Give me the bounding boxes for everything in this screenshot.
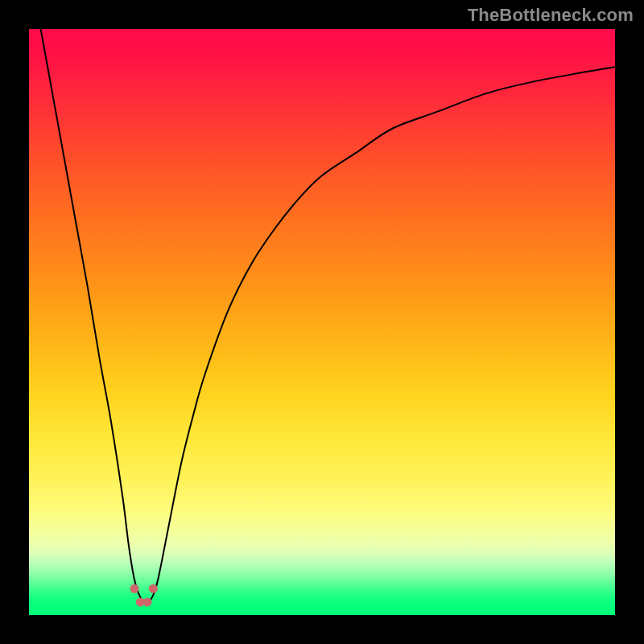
chart-svg-layer: [29, 29, 615, 615]
chart-marker: [143, 597, 152, 606]
chart-marker: [149, 584, 158, 593]
watermark-text: TheBottleneck.com: [468, 5, 634, 26]
chart-plot-area: [29, 29, 615, 615]
chart-marker: [130, 584, 139, 593]
chart-frame: TheBottleneck.com: [0, 0, 644, 644]
chart-curve: [41, 29, 615, 603]
